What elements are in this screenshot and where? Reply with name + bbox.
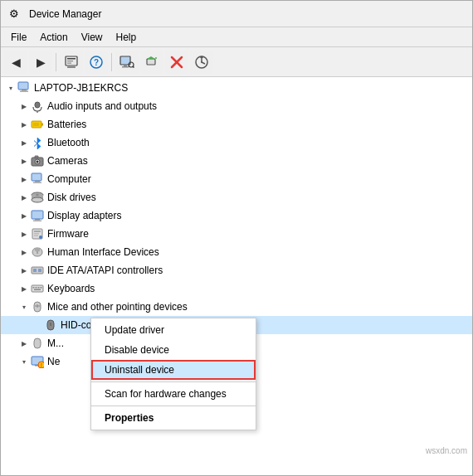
svg-rect-56 (32, 285, 43, 292)
svg-rect-59 (38, 287, 40, 289)
svg-rect-29 (33, 123, 39, 126)
tree-bluetooth[interactable]: ▶ Bluetooth (1, 134, 472, 152)
ctx-sep-2 (91, 406, 256, 406)
m-icon (31, 337, 44, 350)
svg-rect-57 (33, 287, 35, 289)
svg-point-20 (201, 61, 202, 63)
tree-mice[interactable]: ▾ Mice and other pointing devices (1, 298, 472, 316)
hid-mouse-icon (44, 318, 57, 332)
tree-audio[interactable]: ▶ Audio inputs and outputs (1, 97, 472, 115)
svg-rect-47 (34, 233, 39, 235)
svg-rect-43 (35, 219, 40, 221)
svg-rect-22 (18, 82, 28, 90)
ne-icon: ! (31, 355, 44, 368)
audio-label: Audio inputs and outputs (47, 100, 157, 112)
ide-expand[interactable]: ▶ (17, 264, 31, 277)
tree-computer[interactable]: ▶ Computer (1, 170, 472, 188)
root-label: LAPTOP-JB1EKRCS (34, 82, 128, 94)
bluetooth-icon (31, 136, 44, 149)
display-expand[interactable]: ▶ (17, 209, 31, 222)
scan-button[interactable] (115, 51, 139, 74)
audio-expand[interactable]: ▶ (17, 100, 31, 113)
svg-rect-28 (41, 124, 43, 126)
firmware-expand[interactable]: ▶ (17, 227, 31, 240)
menu-file[interactable]: File (4, 30, 33, 45)
computer-expand[interactable]: ▶ (17, 172, 31, 186)
svg-marker-30 (34, 138, 41, 149)
ne-label: Ne (47, 356, 60, 367)
tree-disk[interactable]: ▶ Disk drives (1, 188, 472, 206)
tree-cameras[interactable]: ▶ Cameras (1, 152, 472, 170)
tree-batteries[interactable]: ▶ Batteries (1, 115, 472, 134)
menu-bar: File Action View Help (1, 27, 472, 47)
properties-button[interactable] (60, 51, 83, 74)
firmware-icon (31, 227, 44, 240)
keyboards-expand[interactable]: ▶ (17, 282, 31, 295)
content-area: ▾ LAPTOP-JB1EKRCS ▶ Audio inputs and out… (1, 77, 472, 475)
hid-icon (31, 245, 44, 259)
tree-firmware[interactable]: ▶ Firmware (1, 225, 472, 243)
update-driver-button[interactable] (140, 51, 163, 74)
display-label: Display adapters (47, 210, 121, 221)
svg-rect-44 (33, 221, 41, 222)
svg-text:?: ? (94, 58, 99, 67)
toolbar: ◀ ▶ ? (1, 47, 472, 77)
bluetooth-expand[interactable]: ▶ (17, 136, 31, 149)
mice-icon (31, 300, 44, 313)
ctx-scan-hardware[interactable]: Scan for hardware changes (91, 384, 256, 404)
svg-rect-37 (33, 182, 41, 184)
title-icon: ⚙ (7, 7, 21, 21)
disk-label: Disk drives (47, 192, 96, 203)
svg-rect-1 (67, 66, 76, 68)
cameras-expand[interactable]: ▶ (17, 154, 31, 168)
back-button[interactable]: ◀ (4, 51, 27, 74)
svg-point-40 (32, 197, 43, 202)
tree-ide[interactable]: ▶ IDE ATA/ATAPI controllers (1, 261, 472, 279)
watermark: wsxdn.com (426, 446, 467, 455)
svg-rect-58 (36, 287, 37, 289)
svg-point-33 (37, 161, 39, 163)
firmware-label: Firmware (47, 228, 89, 240)
svg-rect-25 (35, 102, 40, 108)
svg-marker-13 (147, 56, 155, 59)
ctx-properties[interactable]: Properties (91, 408, 256, 428)
svg-point-49 (39, 236, 42, 239)
tree-keyboards[interactable]: ▶ Keyboards (1, 279, 472, 298)
svg-rect-34 (35, 156, 38, 158)
help-button[interactable]: ? (85, 51, 108, 74)
toolbar-sep-1 (56, 53, 56, 71)
mice-expand[interactable]: ▾ (17, 300, 31, 313)
m-expand[interactable]: ▶ (17, 337, 31, 350)
forward-button[interactable]: ▶ (29, 51, 52, 74)
disk-expand[interactable]: ▶ (17, 191, 31, 204)
cameras-label: Cameras (47, 155, 88, 167)
menu-help[interactable]: Help (110, 30, 144, 45)
ctx-disable-device[interactable]: Disable device (91, 340, 256, 360)
batteries-expand[interactable]: ▶ (17, 118, 31, 131)
keyboards-label: Keyboards (47, 283, 95, 294)
ctx-uninstall-device[interactable]: Uninstall device (91, 360, 256, 380)
svg-rect-9 (122, 66, 129, 68)
remove-button[interactable] (165, 51, 188, 74)
svg-rect-23 (22, 90, 27, 91)
scan-hardware-button[interactable] (190, 51, 213, 74)
window-title: Device Manager (29, 8, 101, 20)
menu-action[interactable]: Action (33, 30, 74, 45)
tree-hid[interactable]: ▶ Human Interface Devices (1, 243, 472, 261)
batteries-label: Batteries (47, 119, 86, 130)
hid-expand[interactable]: ▶ (17, 245, 31, 259)
ctx-update-driver[interactable]: Update driver (91, 320, 256, 340)
m-label: M... (47, 338, 64, 349)
svg-rect-60 (41, 287, 42, 289)
svg-rect-51 (35, 248, 40, 251)
ne-expand[interactable]: ▾ (17, 355, 31, 368)
svg-rect-55 (38, 269, 41, 272)
svg-rect-67 (34, 338, 41, 348)
toolbar-sep-2 (111, 53, 112, 71)
tree-root[interactable]: ▾ LAPTOP-JB1EKRCS (1, 79, 472, 97)
tree-display[interactable]: ▶ Display adapters (1, 206, 472, 225)
root-expand[interactable]: ▾ (4, 81, 17, 95)
svg-rect-2 (67, 58, 76, 60)
display-icon (31, 209, 44, 222)
menu-view[interactable]: View (75, 30, 110, 45)
